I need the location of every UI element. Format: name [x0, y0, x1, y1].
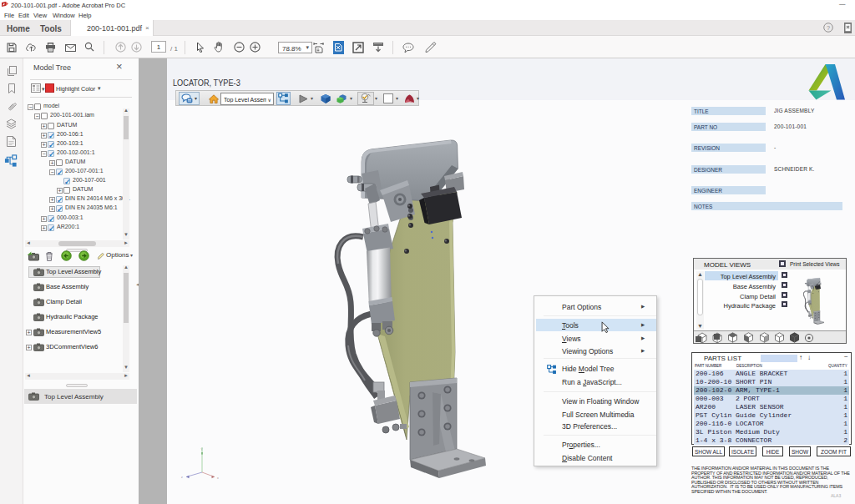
- svg-text:x: x: [217, 476, 219, 480]
- svg-text:?: ?: [827, 24, 830, 32]
- svg-text:z: z: [181, 476, 183, 479]
- svg-text:Y: Y: [200, 448, 203, 451]
